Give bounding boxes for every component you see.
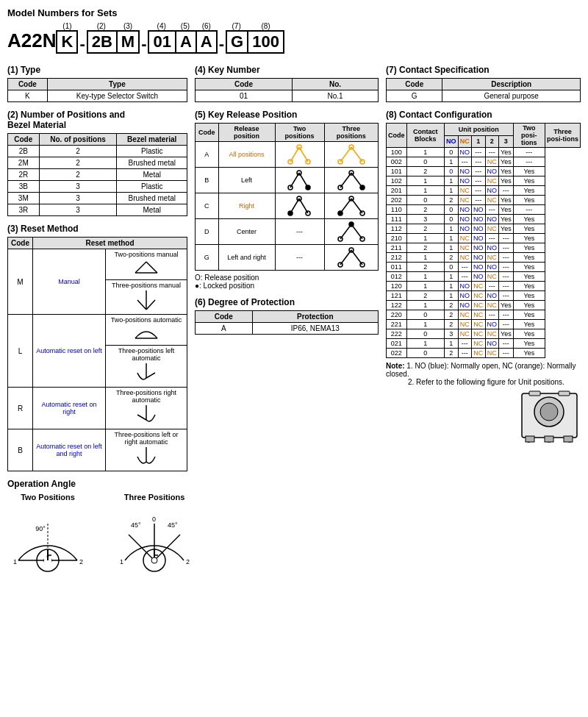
model-title: Model Numbers for Sets — [7, 7, 581, 18]
rel-label-a: All positions — [218, 142, 275, 168]
two-positions-svg: 90° 1 2 — [7, 505, 88, 586]
table-row: L Automatic reset on left Two-positions … — [8, 315, 187, 346]
table-row: 02111---NCNO---Yes — [387, 339, 581, 349]
reset-symbol-r1 — [109, 404, 184, 427]
cc-col-unit: Unit position — [445, 124, 514, 136]
section8-title: (8) Contact Configuration — [386, 110, 581, 120]
rel-sym-a-3 — [324, 142, 378, 168]
three-positions-label: Three Positions — [124, 493, 185, 502]
col-middle: (4) Key Number Code No. 01 No.1 (5) Key … — [195, 65, 379, 586]
type-code: K — [8, 90, 48, 102]
part-2: 2B — [87, 30, 116, 54]
reset-symbol-l1 — [109, 324, 184, 343]
three-positions-svg: 0 45° 45° 1 2 — [110, 505, 198, 586]
table-row: 12011NONC------Yes — [387, 282, 581, 291]
spec-col-desc: Description — [442, 79, 581, 90]
svg-rect-85 — [564, 436, 573, 442]
reset-method-m1: Two-positions manual — [105, 249, 187, 280]
table-row: C Right — [196, 193, 379, 219]
section7-title: (7) Contact Specification — [386, 65, 581, 75]
svg-text:1: 1 — [13, 558, 17, 566]
svg-point-57 — [288, 211, 293, 215]
key-release-table: Code Release position Two positions Thre… — [195, 123, 379, 271]
svg-rect-81 — [529, 391, 540, 396]
note-section: Note: 1. NO (blue): Normally open, NC (o… — [386, 362, 581, 386]
legend-open: O: Release position — [195, 274, 379, 282]
part-8: 100 — [247, 30, 284, 54]
table-row: 21011NCNO------Yes — [387, 234, 581, 243]
reset-label-m: Manual — [33, 249, 106, 315]
svg-point-62 — [338, 211, 343, 215]
model-section: Model Numbers for Sets A22N (1) K - (2) … — [7, 7, 581, 54]
svg-line-1 — [146, 262, 157, 273]
cc-sub-2: 2 — [485, 135, 499, 148]
svg-line-5 — [146, 300, 155, 310]
table-row: 00201------NCYes--- — [387, 157, 581, 167]
table-row: 10211NO---NCYesYes — [387, 176, 581, 186]
rel-sym-c-3 — [324, 193, 378, 219]
table-row: 12121NONCNO---Yes — [387, 291, 581, 301]
table-row: 22002NCNC------Yes — [387, 310, 581, 320]
unit-position-svg: 1 2 3 — [518, 390, 581, 445]
rel-sym-b-3 — [324, 168, 378, 193]
svg-line-25 — [154, 535, 180, 560]
rel-code-g: G — [196, 245, 219, 271]
reset-method-b1: Three-positions left or right automatic — [105, 429, 187, 471]
section1-title: (1) Type — [7, 65, 187, 75]
col-right: (7) Contact Specification Code Descripti… — [386, 65, 581, 586]
pos-col-num: No. of positions — [39, 134, 117, 146]
table-row: G Left and right --- — [196, 245, 379, 271]
reset-col-method: Reset method — [33, 238, 187, 249]
spec-col-code: Code — [387, 79, 442, 90]
table-row: 3R3Metal — [8, 204, 187, 216]
operation-angle-diagrams: Two Positions 90° 1 2 — [7, 493, 187, 586]
reset-symbol-l2 — [109, 362, 184, 385]
cc-col-code: Code — [387, 124, 407, 148]
table-row: 21212NCNONC---Yes — [387, 253, 581, 263]
svg-text:45°: 45° — [131, 521, 141, 529]
rel-sym-a-2 — [275, 142, 324, 168]
table-row: 11221NONONCYesYes — [387, 224, 581, 234]
protection-table: Code Protection A IP66, NEMA13 — [195, 310, 379, 335]
svg-point-54 — [360, 185, 365, 190]
svg-line-10 — [137, 415, 146, 420]
rel-label-b: Left — [218, 168, 275, 193]
reset-col-code: Code — [8, 238, 33, 249]
table-row: 20202NC---NCYesYes — [387, 196, 581, 205]
rel-code-a: A — [196, 142, 219, 168]
part-1: K — [56, 30, 78, 54]
table-row: 11130NONONOYesYes — [387, 215, 581, 224]
table-row: 22203NCNCNCYesYes — [387, 329, 581, 339]
unit-position-figure: 1 2 3 — [386, 390, 581, 445]
part-6: A — [196, 30, 218, 54]
svg-text:0: 0 — [152, 516, 156, 523]
reset-symbol-m1 — [109, 258, 184, 278]
table-row: B Automatic reset on left and right Thre… — [8, 429, 187, 471]
rel-label-g: Left and right — [218, 245, 275, 271]
rel-col-three: Three positions — [324, 124, 378, 142]
col-left: (1) Type Code Type K Key-type Selector S… — [7, 65, 187, 586]
svg-line-4 — [137, 300, 146, 310]
svg-text:2: 2 — [79, 558, 83, 566]
dash-3: - — [218, 35, 226, 54]
cc-sub-3: 3 — [499, 135, 514, 148]
reset-label-l: Automatic reset on left — [33, 315, 106, 388]
rel-code-b: B — [196, 168, 219, 193]
model-number-display: A22N (1) K - (2) 2B (3) M - (4) — [7, 22, 581, 54]
table-row: G General purpose — [387, 90, 581, 102]
type-col-type: Type — [47, 79, 187, 90]
svg-rect-82 — [559, 391, 570, 396]
table-row: 20111NC---NO---Yes — [387, 186, 581, 196]
contact-config-table: Code Contact Blocks Unit position Two po… — [386, 123, 581, 358]
table-row: 01120---NONO---Yes — [387, 263, 581, 272]
rel-label-d: Center — [218, 219, 275, 245]
rel-code-d: D — [196, 219, 219, 245]
prot-col-prot: Protection — [252, 311, 378, 323]
dash-2: - — [140, 35, 148, 54]
part-3: M — [116, 30, 140, 54]
two-positions-diagram: Two Positions 90° 1 2 — [7, 493, 88, 586]
table-row: 21121NCNONO---Yes — [387, 243, 581, 253]
type-table: Code Type K Key-type Selector Switch — [7, 78, 187, 102]
table-row: 3M3Brushed metal — [8, 193, 187, 204]
svg-text:2: 2 — [186, 558, 190, 566]
